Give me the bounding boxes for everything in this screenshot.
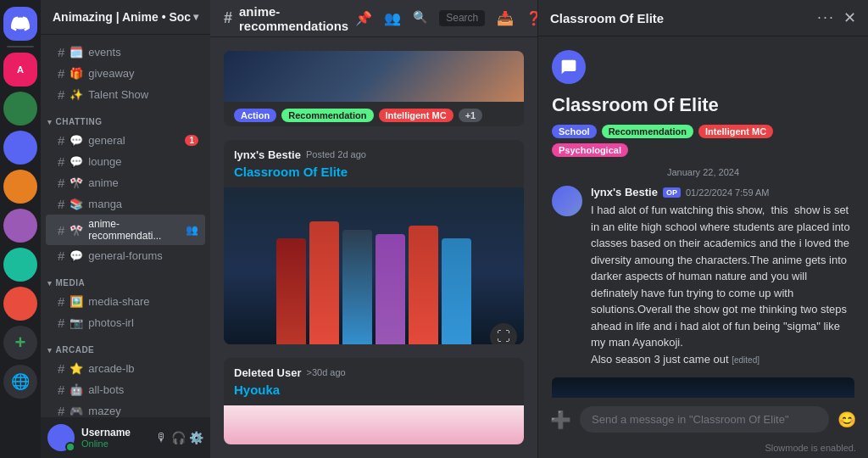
help-icon[interactable]: ❓ bbox=[526, 10, 537, 26]
channel-item-all-bots[interactable]: # 🤖 all-bots bbox=[46, 379, 205, 400]
discord-home-button[interactable] bbox=[3, 7, 37, 41]
detail-tag-recommendation[interactable]: Recommendation bbox=[602, 125, 693, 138]
animazing-server[interactable]: A bbox=[3, 53, 37, 87]
channel-list: # 🗓️ events # 🎁 giveaway # ✨ Talent Show… bbox=[41, 35, 210, 417]
hash-icon: # bbox=[58, 197, 64, 211]
hash-icon: # bbox=[58, 133, 64, 148]
detail-tag-psychological[interactable]: Psychological bbox=[552, 143, 628, 157]
more-options-icon[interactable]: ··· bbox=[817, 8, 835, 27]
channel-label: media-share bbox=[88, 295, 149, 308]
channel-emoji: 🎌 bbox=[70, 176, 83, 189]
channel-item-anime[interactable]: # 🎌 anime bbox=[46, 172, 205, 193]
channel-header-name: anime-recommendations bbox=[239, 4, 348, 33]
channel-label: arcade-lb bbox=[88, 362, 134, 375]
channel-label: general bbox=[88, 134, 125, 147]
server-icon-3[interactable] bbox=[3, 92, 37, 126]
mute-icon[interactable]: 🎙 bbox=[156, 431, 168, 444]
hash-icon: # bbox=[58, 316, 64, 330]
channel-emoji: 🤖 bbox=[70, 383, 83, 396]
deafen-icon[interactable]: 🎧 bbox=[171, 431, 186, 444]
detail-message-body: lynx's Bestie OP 01/22/2024 7:59 AM I ha… bbox=[591, 186, 854, 367]
channel-item-arcade-lb[interactable]: # ⭐ arcade-lb bbox=[46, 358, 205, 379]
channel-emoji: 💬 bbox=[70, 155, 83, 168]
message-card-hyouka: Deleted User >30d ago Hyouka bbox=[224, 358, 524, 444]
right-panel-header: Classroom Of Elite ··· ✕ bbox=[538, 0, 868, 36]
settings-icon[interactable]: ⚙️ bbox=[189, 431, 203, 444]
message-card-top: Action Recommendation Intelligent MC +1 … bbox=[224, 51, 524, 126]
channel-item-mazey[interactable]: # 🎮 mazey bbox=[46, 400, 205, 417]
message-author: lynx's Bestie Posted 2d ago bbox=[234, 148, 514, 161]
search-input-inline[interactable]: Search bbox=[439, 10, 485, 26]
members-icon[interactable]: 👥 bbox=[384, 10, 401, 26]
add-file-icon[interactable]: ➕ bbox=[550, 410, 571, 430]
channel-emoji: 💬 bbox=[70, 134, 83, 147]
channel-item-manga[interactable]: # 📚 manga bbox=[46, 193, 205, 215]
channel-item-giveaway[interactable]: # 🎁 giveaway bbox=[46, 63, 205, 84]
channel-item-lounge[interactable]: # 💬 lounge bbox=[46, 151, 205, 172]
right-panel: Classroom Of Elite ··· ✕ Classroom Of El… bbox=[537, 0, 868, 458]
thread-icon: 👥 bbox=[186, 224, 198, 236]
message-title[interactable]: Classroom Of Elite bbox=[234, 165, 514, 179]
hash-icon: # bbox=[224, 9, 232, 27]
hash-icon: # bbox=[58, 361, 64, 376]
inbox-icon[interactable]: 📥 bbox=[497, 10, 514, 26]
channel-item-media-share[interactable]: # 🖼️ media-share bbox=[46, 291, 205, 312]
detail-author: lynx's Bestie bbox=[591, 186, 658, 198]
emoji-icon[interactable]: 😊 bbox=[837, 411, 856, 429]
detail-title: Classroom Of Elite bbox=[552, 94, 854, 116]
tag-more[interactable]: +1 bbox=[459, 109, 483, 122]
detail-tag-intelligent[interactable]: Intelligent MC bbox=[698, 125, 773, 138]
channel-item-events[interactable]: # 🗓️ events bbox=[46, 42, 205, 63]
channel-emoji: 📚 bbox=[70, 198, 83, 210]
channel-label: events bbox=[88, 46, 120, 59]
author-name: Deleted User bbox=[234, 366, 301, 379]
server-icon-chrome[interactable]: 🌐 bbox=[3, 365, 37, 399]
server-icon-8[interactable] bbox=[3, 287, 37, 321]
tag-recommendation[interactable]: Recommendation bbox=[281, 109, 373, 122]
server-icon-4[interactable] bbox=[3, 131, 37, 165]
search-icon[interactable]: 🔍 bbox=[413, 10, 427, 26]
channel-emoji: ✨ bbox=[70, 88, 83, 101]
server-sidebar: A + 🌐 bbox=[0, 0, 41, 458]
channel-emoji: 🖼️ bbox=[70, 295, 83, 308]
hash-icon: # bbox=[58, 66, 64, 81]
channel-label: anime-recommendati... bbox=[88, 218, 181, 242]
channel-emoji: ⭐ bbox=[70, 362, 83, 375]
channel-item-general-forums[interactable]: # 💬 general-forums bbox=[46, 245, 205, 266]
message-image-top bbox=[224, 51, 524, 102]
server-name-header[interactable]: Animazing | Anime • Soc ▾ bbox=[41, 0, 210, 35]
chevron-down-icon: ▾ bbox=[193, 11, 198, 23]
channel-emoji: 🎮 bbox=[70, 405, 83, 417]
chevron-icon: ▾ bbox=[47, 118, 53, 126]
user-status: Online bbox=[81, 438, 149, 449]
close-icon[interactable]: ✕ bbox=[843, 8, 856, 27]
server-icon-5[interactable] bbox=[3, 170, 37, 204]
channel-item-general[interactable]: # 💬 general 1 bbox=[46, 130, 205, 151]
message-image-coe: ⛶ bbox=[224, 187, 524, 344]
message-title-hyouka[interactable]: Hyouka bbox=[234, 383, 514, 397]
channel-label: all-bots bbox=[88, 383, 124, 396]
add-server-button[interactable]: + bbox=[3, 326, 37, 360]
channel-sidebar: Animazing | Anime • Soc ▾ # 🗓️ events # … bbox=[41, 0, 210, 458]
slowmode-text: Slowmode is enabled. bbox=[765, 443, 856, 453]
detail-avatar bbox=[552, 186, 582, 216]
channel-item-photos-irl[interactable]: # 📷 photos-irl bbox=[46, 312, 205, 333]
user-controls: 🎙 🎧 ⚙️ bbox=[156, 431, 203, 444]
pin-icon[interactable]: 📌 bbox=[355, 10, 372, 26]
message-input[interactable] bbox=[580, 406, 829, 433]
tag-action[interactable]: Action bbox=[234, 109, 276, 122]
hash-icon: # bbox=[58, 249, 64, 263]
channel-emoji: 💬 bbox=[70, 249, 83, 262]
server-icon-7[interactable] bbox=[3, 248, 37, 282]
channel-item-talent-show[interactable]: # ✨ Talent Show bbox=[46, 84, 205, 105]
channel-item-anime-recommendations[interactable]: # 🎌 anime-recommendati... 👥 bbox=[46, 215, 205, 245]
channel-emoji: 📷 bbox=[70, 316, 83, 329]
detail-tag-school[interactable]: School bbox=[552, 125, 597, 138]
category-label: MEDIA bbox=[56, 278, 86, 288]
date-text: January 22, 2024 bbox=[667, 167, 739, 177]
server-icon-6[interactable] bbox=[3, 209, 37, 243]
category-media: ▾ MEDIA bbox=[41, 266, 210, 291]
channel-label: mazey bbox=[88, 405, 120, 417]
chevron-icon: ▾ bbox=[47, 346, 53, 355]
tag-intelligent[interactable]: Intelligent MC bbox=[379, 109, 453, 122]
